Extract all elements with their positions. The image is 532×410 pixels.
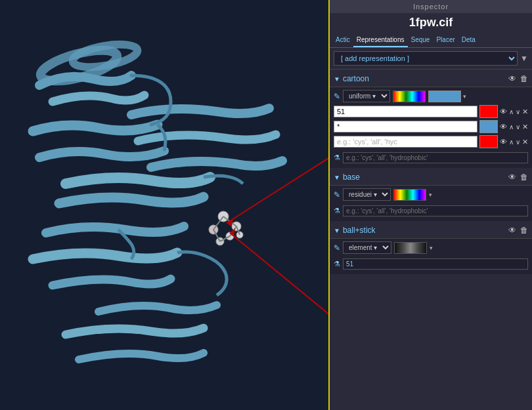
ballstick-color-gradient[interactable] xyxy=(394,242,427,254)
base-section-header: ▼ base 👁 🗑 xyxy=(330,169,532,186)
cartoon-filter-icon: ⚗ xyxy=(334,154,340,162)
tab-representations[interactable]: Representations xyxy=(353,33,408,47)
ballstick-color-arrow-icon[interactable]: ▾ xyxy=(430,245,433,251)
base-filter-row: ⚗ xyxy=(334,203,528,218)
ballstick-filter-input[interactable] xyxy=(343,258,528,270)
cartoon-sel-x-3[interactable]: ✕ xyxy=(522,138,528,146)
cartoon-color-arrow-icon[interactable]: ▾ xyxy=(463,93,466,100)
cartoon-scheme-select[interactable]: uniform ▾ xyxy=(343,90,390,102)
add-representation-row: [ add representation ] ▼ xyxy=(330,48,532,70)
base-color-gradient[interactable] xyxy=(393,189,426,201)
tab-placer[interactable]: Placer xyxy=(433,33,458,47)
base-filter-input[interactable] xyxy=(343,205,528,216)
cartoon-sel-up-2[interactable]: ∧ xyxy=(509,123,514,131)
base-edit-icon[interactable]: ✎ xyxy=(334,190,340,199)
cartoon-chevron-icon[interactable]: ▼ xyxy=(334,75,340,83)
cartoon-sel-x-2[interactable]: ✕ xyxy=(522,123,528,131)
cartoon-sel-input-1[interactable] xyxy=(334,106,477,117)
add-rep-chevron-icon[interactable]: ▼ xyxy=(520,54,528,63)
cartoon-sel-up-1[interactable]: ∧ xyxy=(509,108,514,115)
cartoon-body: ✎ uniform ▾ ▾ 👁 ∧ ∨ ✕ 👁 ∧ ∨ xyxy=(330,87,532,168)
cartoon-sel-eye-2[interactable]: 👁 xyxy=(500,123,507,131)
cartoon-sel-up-3[interactable]: ∧ xyxy=(509,138,514,146)
tab-deta[interactable]: Deta xyxy=(458,33,479,47)
ballstick-delete-icon[interactable]: 🗑 xyxy=(520,226,528,235)
base-visibility-icon[interactable]: 👁 xyxy=(508,173,516,182)
inspector-panel: Inspector 1fpw.cif Actic Representations… xyxy=(328,0,532,410)
cartoon-sel-x-1[interactable]: ✕ xyxy=(522,108,528,116)
base-color-arrow-icon[interactable]: ▾ xyxy=(429,192,432,198)
molecule-viewer[interactable] xyxy=(0,0,328,410)
cartoon-sel-color-1[interactable] xyxy=(479,105,498,118)
cartoon-delete-icon[interactable]: 🗑 xyxy=(520,74,528,83)
inspector-title: Inspector xyxy=(330,0,532,13)
base-scheme-select[interactable]: residuei ▾ xyxy=(343,188,391,201)
cartoon-color-gradient[interactable] xyxy=(393,91,426,102)
cartoon-sel-input-3[interactable] xyxy=(334,136,477,148)
cartoon-sel-row-3: 👁 ∧ ∨ ✕ xyxy=(334,135,528,148)
cartoon-sel-row-2: 👁 ∧ ∨ ✕ xyxy=(334,120,528,133)
inspector-tabs: Actic Representations Seque Placer Deta xyxy=(330,33,532,48)
cartoon-scheme-row: ✎ uniform ▾ ▾ xyxy=(334,90,528,102)
cartoon-section-name: cartoon xyxy=(343,74,508,83)
inspector-filename: 1fpw.cif xyxy=(330,13,532,33)
ballstick-scheme-row: ✎ element ▾ ▾ xyxy=(334,241,528,254)
cartoon-sel-down-2[interactable]: ∨ xyxy=(516,123,520,131)
cartoon-section-header: ▼ cartoon 👁 🗑 xyxy=(330,71,532,87)
base-section-name: base xyxy=(343,173,508,182)
cartoon-filter-row: ⚗ xyxy=(334,150,528,165)
base-chevron-icon[interactable]: ▼ xyxy=(334,174,340,181)
add-representation-select[interactable]: [ add representation ] xyxy=(334,51,518,66)
cartoon-filter-input[interactable] xyxy=(343,152,528,163)
base-filter-icon: ⚗ xyxy=(334,207,340,215)
cartoon-sel-color-3[interactable] xyxy=(479,135,498,148)
ballstick-edit-icon[interactable]: ✎ xyxy=(334,243,340,253)
cartoon-sel-eye-1[interactable]: 👁 xyxy=(500,108,507,115)
ballstick-section-header: ▼ ball+stick 👁 🗑 xyxy=(330,222,532,239)
ballstick-scheme-select[interactable]: element ▾ xyxy=(343,241,391,254)
cartoon-sel-row-1: 👁 ∧ ∨ ✕ xyxy=(334,105,528,118)
base-delete-icon[interactable]: 🗑 xyxy=(520,173,528,182)
base-body: ✎ residuei ▾ ▾ ⚗ xyxy=(330,186,532,221)
tab-seque[interactable]: Seque xyxy=(408,33,433,47)
cartoon-sel-input-2[interactable] xyxy=(334,121,477,133)
cartoon-color-swatch[interactable] xyxy=(428,91,461,102)
cartoon-sel-down-1[interactable]: ∨ xyxy=(516,108,520,115)
cartoon-sel-down-3[interactable]: ∨ xyxy=(516,138,520,146)
ballstick-visibility-icon[interactable]: 👁 xyxy=(508,226,516,235)
ballstick-filter-row: ⚗ xyxy=(334,256,528,272)
cartoon-edit-icon[interactable]: ✎ xyxy=(334,92,340,101)
cartoon-sel-eye-3[interactable]: 👁 xyxy=(500,138,507,146)
ballstick-section-name: ball+stick xyxy=(343,226,508,235)
base-scheme-row: ✎ residuei ▾ ▾ xyxy=(334,188,528,201)
ballstick-body: ✎ element ▾ ▾ ⚗ xyxy=(330,239,532,274)
cartoon-sel-color-2[interactable] xyxy=(479,120,498,133)
tab-actic[interactable]: Actic xyxy=(332,33,353,47)
ballstick-filter-icon: ⚗ xyxy=(334,260,340,268)
ballstick-chevron-icon[interactable]: ▼ xyxy=(334,227,340,234)
cartoon-visibility-icon[interactable]: 👁 xyxy=(508,74,516,83)
